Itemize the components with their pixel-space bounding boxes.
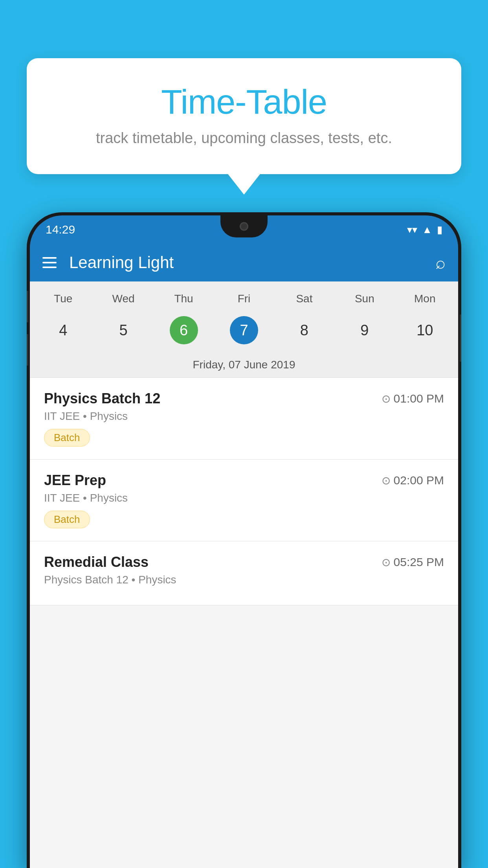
- day-9[interactable]: 9: [334, 311, 394, 349]
- volume-up-button: [27, 291, 28, 322]
- speech-bubble: Time-Table track timetable, upcoming cla…: [27, 58, 461, 174]
- schedule-item-3-header: Remedial Class ⊙ 05:25 PM: [44, 554, 444, 570]
- schedule-item-2-sub: IIT JEE • Physics: [44, 492, 444, 504]
- day-numbers: 4 5 6 7 8 9 10: [30, 308, 458, 355]
- status-icons: ▾▾ ▲ ▮: [407, 224, 442, 236]
- schedule-item-2-title: JEE Prep: [44, 472, 106, 489]
- clock-icon-2: ⊙: [382, 474, 391, 487]
- schedule-list: Physics Batch 12 ⊙ 01:00 PM IIT JEE • Ph…: [30, 378, 458, 605]
- day-header-mon: Mon: [395, 289, 455, 308]
- status-bar: 14:29 ▾▾ ▲ ▮: [30, 215, 458, 244]
- app-title: Learning Light: [69, 253, 423, 272]
- day-header-wed: Wed: [93, 289, 153, 308]
- power-button: [460, 314, 461, 362]
- calendar-strip: Tue Wed Thu Fri Sat Sun Mon 4 5 6 7 8 9 …: [30, 281, 458, 378]
- schedule-item-3-title: Remedial Class: [44, 554, 149, 570]
- battery-icon: ▮: [437, 224, 442, 236]
- schedule-item-2-time: ⊙ 02:00 PM: [382, 474, 444, 487]
- phone-frame: 14:29 ▾▾ ▲ ▮ Learning Light ⌕: [27, 212, 461, 868]
- volume-down-button: [27, 334, 28, 366]
- selected-date: Friday, 07 June 2019: [30, 355, 458, 378]
- day-8[interactable]: 8: [274, 311, 334, 349]
- schedule-item-1-time: ⊙ 01:00 PM: [382, 392, 444, 405]
- day-header-sun: Sun: [334, 289, 394, 308]
- phone-screen: Tue Wed Thu Fri Sat Sun Mon 4 5 6 7 8 9 …: [30, 281, 458, 868]
- schedule-item-1[interactable]: Physics Batch 12 ⊙ 01:00 PM IIT JEE • Ph…: [30, 378, 458, 460]
- clock-icon-1: ⊙: [382, 392, 391, 405]
- day-5[interactable]: 5: [93, 311, 153, 349]
- search-icon[interactable]: ⌕: [435, 253, 446, 272]
- schedule-item-1-sub: IIT JEE • Physics: [44, 410, 444, 423]
- clock-icon-3: ⊙: [382, 556, 391, 569]
- camera: [240, 222, 248, 231]
- day-headers: Tue Wed Thu Fri Sat Sun Mon: [30, 289, 458, 308]
- app-bar: Learning Light ⌕: [30, 244, 458, 281]
- schedule-item-1-title: Physics Batch 12: [44, 390, 160, 407]
- phone-screen-area: 14:29 ▾▾ ▲ ▮ Learning Light ⌕: [30, 215, 458, 868]
- day-header-tue: Tue: [33, 289, 93, 308]
- schedule-item-2[interactable]: JEE Prep ⊙ 02:00 PM IIT JEE • Physics Ba…: [30, 460, 458, 541]
- wifi-icon: ▾▾: [407, 224, 417, 236]
- bubble-title: Time-Table: [50, 82, 438, 122]
- bubble-subtitle: track timetable, upcoming classes, tests…: [50, 130, 438, 147]
- day-6[interactable]: 6: [154, 311, 214, 349]
- day-10[interactable]: 10: [395, 311, 455, 349]
- menu-icon[interactable]: [42, 257, 57, 268]
- schedule-item-3-time: ⊙ 05:25 PM: [382, 555, 444, 569]
- notch: [220, 215, 268, 237]
- day-header-fri: Fri: [214, 289, 274, 308]
- status-time: 14:29: [46, 223, 75, 236]
- day-header-sat: Sat: [274, 289, 334, 308]
- batch-tag-1: Batch: [44, 429, 90, 447]
- schedule-item-2-header: JEE Prep ⊙ 02:00 PM: [44, 472, 444, 489]
- schedule-item-3[interactable]: Remedial Class ⊙ 05:25 PM Physics Batch …: [30, 541, 458, 605]
- batch-tag-2: Batch: [44, 511, 90, 528]
- schedule-item-1-header: Physics Batch 12 ⊙ 01:00 PM: [44, 390, 444, 407]
- schedule-item-3-sub: Physics Batch 12 • Physics: [44, 574, 444, 586]
- day-4[interactable]: 4: [33, 311, 93, 349]
- signal-icon: ▲: [422, 224, 432, 236]
- day-7[interactable]: 7: [214, 311, 274, 349]
- day-header-thu: Thu: [154, 289, 214, 308]
